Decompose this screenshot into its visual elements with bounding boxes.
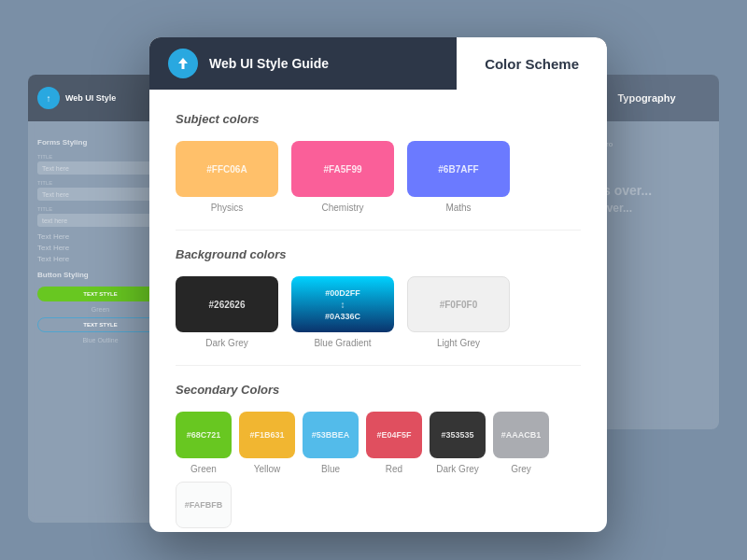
bg-btn-outline: TEXT STYLE (37, 317, 163, 332)
swatch-item-grey: #AAACB1 Grey (493, 412, 549, 474)
tab-color-scheme[interactable]: Color Scheme (457, 37, 607, 90)
secondary-colors-row: #68C721 Green #F1B631 Yellow #53BBEA Blu… (176, 412, 581, 532)
swatch-red-label: Red (386, 464, 402, 474)
swatch-grey-hex: #AAACB1 (501, 430, 542, 440)
bg-logo: ↑ (37, 87, 60, 109)
swatch-green[interactable]: #68C721 (176, 412, 232, 458)
swatch-yellow-label: Yellow (254, 464, 281, 474)
swatch-sec-light-grey-hex: #FAFBFB (185, 500, 223, 510)
swatch-light-grey[interactable]: #F0F0F0 (407, 276, 510, 332)
bg-text-here-2: Text Here (37, 244, 163, 252)
swatch-sec-dark-grey-hex: #353535 (441, 430, 473, 440)
swatch-sec-dark-grey[interactable]: #353535 (430, 412, 486, 458)
subject-colors-row: #FFC06A Physics #FA5F99 Chemistry #6B7AF… (176, 141, 581, 213)
bg-button-label: Button Styling (37, 271, 163, 279)
bg-btn-green-sub: Green (37, 306, 163, 313)
bg-typography-label: Typography (617, 92, 675, 104)
gradient-bottom-hex: #0A336C (325, 312, 360, 321)
modal: Web UI Style Guide Color Scheme Subject … (149, 37, 607, 532)
bg-btn-outline-sub: Blue Outline (37, 337, 163, 343)
divider-1 (176, 230, 581, 231)
swatch-item-light-grey: #F0F0F0 Light Grey (407, 276, 510, 348)
swatch-dark-grey[interactable]: #262626 (176, 276, 278, 332)
swatch-item-physics: #FFC06A Physics (176, 141, 278, 213)
swatch-light-grey-hex: #F0F0F0 (440, 300, 478, 310)
bg-title-1: TITLE (37, 154, 163, 160)
swatch-light-grey-label: Light Grey (437, 338, 480, 348)
swatch-physics[interactable]: #FFC06A (176, 141, 278, 197)
swatch-dark-grey-hex: #262626 (209, 300, 246, 310)
swatch-red[interactable]: #E04F5F (366, 412, 422, 458)
bg-left-title: Web UI Style (65, 93, 116, 103)
modal-header: Web UI Style Guide Color Scheme (149, 37, 607, 90)
gradient-arrow-icon: ↕ (341, 300, 345, 310)
bg-input-text-3: text here (42, 217, 67, 224)
swatch-item-green: #68C721 Green (176, 412, 232, 474)
swatch-blue[interactable]: #53BBEA (303, 412, 359, 458)
swatch-chemistry-hex: #FA5F99 (323, 164, 361, 175)
swatch-item-gradient: #00D2FF ↕ #0A336C Blue Gradient (291, 276, 394, 348)
swatch-green-hex: #68C721 (187, 430, 221, 440)
modal-body: Subject colors #FFC06A Physics #FA5F99 C… (149, 90, 607, 532)
swatch-yellow-hex: #F1B631 (249, 430, 284, 440)
swatch-item-sec-dark-grey: #353535 Dark Grey (430, 412, 486, 474)
bg-btn-green: TEXT STYLE (37, 287, 163, 301)
swatch-grey[interactable]: #AAACB1 (493, 412, 549, 458)
secondary-colors-title: Secondary Colors (176, 383, 581, 397)
swatch-blue-label: Blue (321, 464, 340, 474)
bg-text-here-1: Text Here (37, 232, 163, 241)
modal-app-title: Web UI Style Guide (209, 56, 329, 71)
bg-title-3: TITLE (37, 206, 163, 212)
swatch-maths[interactable]: #6B7AFF (407, 141, 510, 197)
swatch-item-maths: #6B7AFF Maths (407, 141, 510, 213)
subject-colors-title: Subject colors (176, 112, 581, 126)
swatch-sec-light-grey[interactable]: #FAFBFB (176, 482, 232, 528)
bg-title-2: TITLE (37, 180, 163, 186)
swatch-maths-hex: #6B7AFF (438, 164, 478, 175)
bg-btn-outline-text: TEXT STYLE (83, 322, 117, 328)
gradient-inner: #00D2FF ↕ #0A336C (325, 276, 360, 332)
swatch-gradient-label: Blue Gradient (314, 338, 371, 348)
bg-input-2: Text here (37, 188, 163, 201)
bg-input-text-2: Text here (42, 191, 69, 198)
bg-input-3: text here (37, 214, 163, 227)
swatch-item-chemistry: #FA5F99 Chemistry (291, 141, 394, 213)
swatch-item-red: #E04F5F Red (366, 412, 422, 474)
swatch-sec-dark-grey-label: Dark Grey (436, 464, 479, 474)
swatch-blue-hex: #53BBEA (312, 430, 350, 440)
tab-color-scheme-label: Color Scheme (485, 56, 579, 72)
gradient-top-hex: #00D2FF (325, 288, 360, 298)
swatch-chemistry-label: Chemistry (321, 203, 363, 213)
bg-forms-label: Forms Styling (37, 138, 163, 147)
divider-2 (176, 365, 581, 366)
bg-input-1: Text here (37, 161, 163, 175)
background-colors-title: Background colors (176, 247, 581, 261)
swatch-maths-label: Maths (445, 203, 471, 213)
background-colors-row: #262626 Dark Grey #00D2FF ↕ #0A336C Blue… (176, 276, 581, 348)
swatch-item-blue: #53BBEA Blue (303, 412, 359, 474)
swatch-dark-grey-label: Dark Grey (205, 338, 248, 348)
swatch-item-dark-grey: #262626 Dark Grey (176, 276, 278, 348)
bg-input-text-1: Text here (42, 165, 69, 172)
swatch-item-yellow: #F1B631 Yellow (239, 412, 295, 474)
swatch-item-sec-light-grey: #FAFBFB Light Grey (176, 482, 232, 532)
bg-btn-green-text: TEXT STYLE (83, 291, 117, 297)
swatch-red-hex: #E04F5F (376, 430, 411, 440)
modal-logo (168, 49, 198, 78)
swatch-physics-label: Physics (211, 203, 243, 213)
swatch-grey-label: Grey (511, 464, 531, 474)
swatch-yellow[interactable]: #F1B631 (239, 412, 295, 458)
swatch-green-label: Green (190, 464, 217, 474)
swatch-gradient[interactable]: #00D2FF ↕ #0A336C (291, 276, 394, 332)
bg-text-here-3: Text Here (37, 255, 163, 263)
swatch-physics-hex: #FFC06A (206, 164, 247, 175)
swatch-chemistry[interactable]: #FA5F99 (291, 141, 394, 197)
